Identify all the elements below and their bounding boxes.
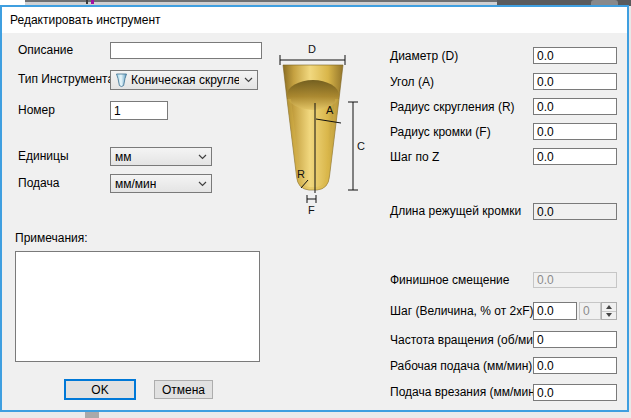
spinner-down-button[interactable] xyxy=(602,311,616,320)
edge-radius-label: Радиус кромки (F) xyxy=(390,125,491,139)
work-feed-input[interactable] xyxy=(533,357,617,374)
corner-radius-label: Радиус скругления (R) xyxy=(390,100,515,114)
tool-type-value: Коническая скругленная xyxy=(131,73,239,87)
background-glyph-fragment xyxy=(91,0,94,4)
chevron-down-icon xyxy=(241,77,253,83)
step-percent-spinner[interactable] xyxy=(601,302,617,320)
dim-label-f: F xyxy=(308,204,315,216)
plunge-feed-input[interactable] xyxy=(533,384,617,401)
angle-input[interactable] xyxy=(533,73,617,90)
spinner-up-button[interactable] xyxy=(602,303,616,311)
feed-units-label: Подача xyxy=(18,176,59,190)
feed-units-select[interactable]: мм/мин xyxy=(110,174,212,193)
plunge-feed-label: Подача врезания (мм/мин) xyxy=(390,385,539,399)
tool-diagram: D A C R F xyxy=(255,38,385,216)
description-input[interactable] xyxy=(110,42,262,59)
dialog-titlebar[interactable]: Редактировать инструмент xyxy=(2,7,627,33)
step-label: Шаг (Величина, % от 2xF) xyxy=(390,304,534,318)
cancel-button[interactable]: Отмена xyxy=(154,380,213,399)
background-glyph-fragment xyxy=(86,0,88,4)
ok-button[interactable]: OK xyxy=(64,379,136,400)
background-bottom-fragment xyxy=(85,412,99,418)
corner-radius-input[interactable] xyxy=(533,98,617,115)
dim-label-a: A xyxy=(326,104,334,116)
chevron-down-icon xyxy=(195,154,207,160)
units-value: мм xyxy=(115,150,132,164)
dim-label-c: C xyxy=(357,140,365,152)
description-label: Описание xyxy=(18,43,73,57)
dialog-title: Редактировать инструмент xyxy=(10,13,161,27)
feed-units-value: мм/мин xyxy=(115,177,156,191)
cut-length-label: Длина режущей кромки xyxy=(390,204,521,218)
dim-label-r: R xyxy=(297,168,305,180)
tool-type-label: Тип Инструмента xyxy=(18,72,114,86)
number-input[interactable] xyxy=(110,101,168,120)
edge-radius-input[interactable] xyxy=(533,123,617,140)
notes-label: Примечания: xyxy=(15,231,88,245)
z-step-input[interactable] xyxy=(533,148,617,165)
tool-type-select[interactable]: Коническая скругленная xyxy=(110,70,258,90)
step-input[interactable] xyxy=(533,302,577,320)
notes-textarea[interactable] xyxy=(15,251,260,362)
diameter-input[interactable] xyxy=(533,47,617,64)
edit-tool-dialog: Редактировать инструмент Описание Тип Ин… xyxy=(0,5,629,412)
rpm-label: Частота вращения (об/мин) xyxy=(390,333,544,347)
dim-label-d: D xyxy=(308,43,316,55)
arrow-up-icon xyxy=(606,305,612,309)
tool-type-icon xyxy=(115,73,128,88)
finish-offset-label: Финишное смещение xyxy=(390,273,509,287)
angle-label: Угол (A) xyxy=(390,75,434,89)
units-label: Единицы xyxy=(18,149,69,163)
step-percent-input xyxy=(579,302,601,320)
arrow-down-icon xyxy=(606,313,612,317)
chevron-down-icon xyxy=(195,181,207,187)
units-select[interactable]: мм xyxy=(110,147,212,166)
rpm-input[interactable] xyxy=(533,331,617,348)
finish-offset-input xyxy=(533,272,617,288)
diameter-label: Диаметр (D) xyxy=(390,49,458,63)
number-label: Номер xyxy=(18,103,55,117)
work-feed-label: Рабочая подача (мм/мин) xyxy=(390,359,532,373)
cut-length-input xyxy=(533,203,617,220)
z-step-label: Шаг по Z xyxy=(390,150,439,164)
